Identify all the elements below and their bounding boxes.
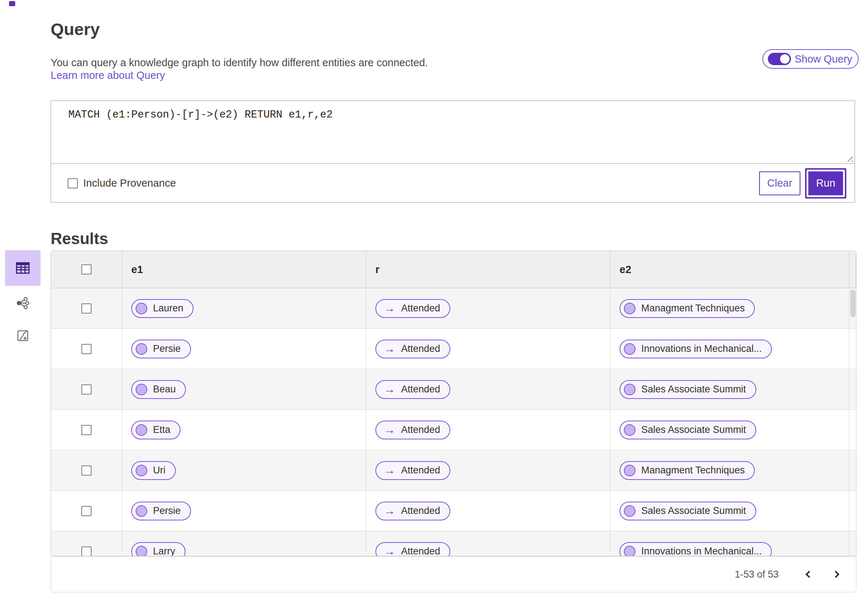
table-row: Persie →Attended Sales Associate Summit bbox=[51, 491, 856, 531]
column-header-e2[interactable]: e2 bbox=[610, 251, 849, 288]
relation-label: Attended bbox=[401, 384, 440, 395]
vertical-scrollbar-thumb[interactable] bbox=[850, 290, 856, 317]
scrollbar-cell bbox=[849, 491, 856, 531]
e2-cell: Sales Associate Summit bbox=[610, 491, 849, 531]
row-checkbox[interactable] bbox=[81, 547, 91, 557]
entity-pill[interactable]: Innovations in Mechanical... bbox=[620, 542, 772, 557]
table-body: Lauren →Attended Managment Techniques Pe… bbox=[51, 288, 856, 556]
relation-pill[interactable]: →Attended bbox=[376, 421, 450, 439]
entity-pill[interactable]: Beau bbox=[131, 380, 186, 399]
corner-fragment bbox=[9, 1, 15, 6]
relation-pill[interactable]: →Attended bbox=[376, 461, 450, 480]
results-table: e1 r e2 Lauren →Attended Managment Techn… bbox=[51, 251, 856, 556]
table-header-row: e1 r e2 bbox=[51, 251, 856, 288]
entity-pill[interactable]: Innovations in Mechanical... bbox=[620, 339, 772, 358]
scrollbar-cell bbox=[849, 329, 856, 369]
select-all-checkbox[interactable] bbox=[81, 264, 91, 274]
table-view-icon bbox=[14, 260, 31, 276]
row-checkbox[interactable] bbox=[81, 506, 91, 516]
run-button[interactable]: Run bbox=[808, 171, 843, 195]
e2-cell: Managment Techniques bbox=[610, 288, 849, 329]
e2-cell: Sales Associate Summit bbox=[610, 410, 849, 450]
resize-handle[interactable] bbox=[845, 156, 853, 162]
entity-pill[interactable]: Sales Associate Summit bbox=[620, 421, 756, 439]
entity-label: Beau bbox=[153, 384, 176, 395]
query-section-title: Query bbox=[51, 19, 100, 39]
scrollbar-cell bbox=[849, 410, 856, 450]
relation-label: Attended bbox=[401, 424, 440, 435]
entity-pill[interactable]: Sales Associate Summit bbox=[620, 502, 756, 520]
row-checkbox-cell bbox=[51, 369, 122, 409]
e2-cell: Innovations in Mechanical... bbox=[610, 329, 849, 369]
relation-pill[interactable]: →Attended bbox=[376, 299, 450, 318]
view-button-graph[interactable] bbox=[5, 291, 41, 315]
e1-cell: Uri bbox=[122, 450, 367, 491]
entity-pill[interactable]: Etta bbox=[131, 421, 180, 439]
query-editor[interactable]: MATCH (e1:Person)-[r]->(e2) RETURN e1,r,… bbox=[51, 101, 854, 164]
column-header-e1[interactable]: e1 bbox=[122, 251, 367, 288]
e1-cell: Persie bbox=[122, 491, 367, 531]
view-button-table[interactable] bbox=[5, 250, 41, 286]
e1-cell: Larry bbox=[122, 531, 367, 556]
row-checkbox[interactable] bbox=[81, 303, 91, 314]
relation-pill[interactable]: →Attended bbox=[376, 339, 450, 358]
r-cell: →Attended bbox=[367, 410, 610, 450]
arrow-right-icon: → bbox=[384, 303, 395, 314]
row-checkbox[interactable] bbox=[81, 344, 91, 354]
entity-node-icon bbox=[624, 505, 635, 517]
entity-node-icon bbox=[624, 546, 635, 557]
previous-page-button[interactable] bbox=[800, 566, 816, 583]
entity-pill[interactable]: Lauren bbox=[131, 299, 194, 318]
row-checkbox-cell bbox=[51, 288, 122, 329]
next-page-button[interactable] bbox=[829, 566, 845, 583]
include-provenance-checkbox[interactable] bbox=[68, 178, 78, 188]
clear-button[interactable]: Clear bbox=[759, 171, 800, 195]
scrollbar-cell bbox=[849, 450, 856, 491]
entity-pill[interactable]: Managment Techniques bbox=[620, 461, 755, 480]
relation-label: Attended bbox=[401, 505, 440, 517]
r-cell: →Attended bbox=[367, 329, 610, 369]
show-query-label: Show Query bbox=[795, 53, 853, 65]
entity-node-icon bbox=[136, 546, 147, 557]
entity-pill[interactable]: Managment Techniques bbox=[620, 299, 755, 318]
e2-cell: Innovations in Mechanical... bbox=[610, 531, 849, 556]
column-label: e2 bbox=[620, 264, 631, 276]
row-checkbox[interactable] bbox=[81, 385, 91, 395]
scrollbar-cell bbox=[849, 369, 856, 409]
query-toolbar: Include Provenance Clear Run bbox=[51, 164, 854, 203]
entity-label: Managment Techniques bbox=[641, 465, 745, 476]
entity-label: Etta bbox=[153, 424, 170, 435]
entity-pill[interactable]: Persie bbox=[131, 502, 191, 520]
relation-pill[interactable]: →Attended bbox=[376, 542, 450, 557]
arrow-right-icon: → bbox=[384, 505, 395, 517]
include-provenance-label[interactable]: Include Provenance bbox=[83, 177, 176, 189]
e1-cell: Beau bbox=[122, 369, 367, 409]
query-text: MATCH (e1:Person)-[r]->(e2) RETURN e1,r,… bbox=[68, 109, 333, 121]
show-query-toggle[interactable]: Show Query bbox=[762, 49, 859, 69]
entity-pill[interactable]: Larry bbox=[131, 542, 186, 557]
arrow-right-icon: → bbox=[384, 546, 395, 556]
relation-pill[interactable]: →Attended bbox=[376, 380, 450, 399]
row-checkbox[interactable] bbox=[81, 465, 91, 476]
entity-pill[interactable]: Persie bbox=[131, 339, 191, 358]
entity-pill[interactable]: Uri bbox=[131, 461, 176, 480]
r-cell: →Attended bbox=[367, 369, 610, 409]
arrow-right-icon: → bbox=[384, 424, 395, 435]
entity-label: Persie bbox=[153, 343, 181, 355]
table-row: Etta →Attended Sales Associate Summit bbox=[51, 410, 856, 450]
view-button-chart[interactable] bbox=[5, 324, 41, 347]
results-section-title: Results bbox=[51, 230, 108, 248]
column-header-r[interactable]: r bbox=[367, 251, 610, 288]
query-editor-box: MATCH (e1:Person)-[r]->(e2) RETURN e1,r,… bbox=[51, 100, 855, 203]
entity-label: Innovations in Mechanical... bbox=[641, 343, 762, 355]
r-cell: →Attended bbox=[367, 288, 610, 329]
relation-pill[interactable]: →Attended bbox=[376, 502, 450, 520]
row-checkbox[interactable] bbox=[81, 425, 91, 435]
row-checkbox-cell bbox=[51, 531, 122, 556]
entity-label: Sales Associate Summit bbox=[641, 384, 746, 395]
entity-pill[interactable]: Sales Associate Summit bbox=[620, 380, 756, 399]
query-description: You can query a knowledge graph to ident… bbox=[51, 57, 428, 69]
learn-more-link[interactable]: Learn more about Query bbox=[51, 70, 165, 81]
entity-node-icon bbox=[136, 505, 147, 517]
entity-label: Sales Associate Summit bbox=[641, 424, 746, 435]
